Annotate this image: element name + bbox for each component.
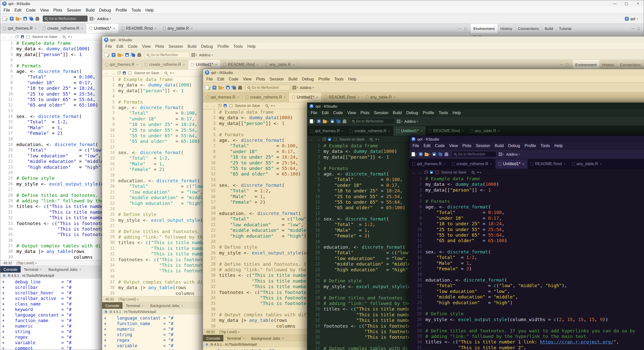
menu-help[interactable]: Help bbox=[346, 76, 359, 82]
save-button[interactable] bbox=[331, 119, 334, 123]
editor-tab[interactable]: create_rstheme.R× bbox=[449, 159, 495, 169]
save-all-button[interactable] bbox=[131, 53, 135, 57]
workspace-panes-button[interactable]: ▾ bbox=[397, 119, 402, 123]
source-on-save-checkbox[interactable] bbox=[435, 171, 439, 174]
open-new-window-icon[interactable] bbox=[117, 72, 120, 74]
new-file-button[interactable]: ▾ bbox=[205, 85, 211, 90]
addins-menu[interactable]: Addins▾ bbox=[404, 119, 418, 123]
addins-menu[interactable]: Addins▾ bbox=[506, 152, 520, 156]
menu-plots[interactable]: Plots bbox=[153, 43, 167, 50]
editor-tab[interactable]: create_rstheme.R× bbox=[142, 60, 188, 69]
menu-code[interactable]: Code bbox=[24, 7, 38, 14]
minimize-button[interactable]: — bbox=[609, 0, 621, 7]
print-button[interactable] bbox=[445, 152, 448, 156]
save-button[interactable] bbox=[226, 86, 230, 89]
source-on-save-checkbox[interactable] bbox=[229, 104, 232, 107]
forward-icon[interactable]: → bbox=[111, 71, 115, 75]
code-tools-icon[interactable]: ✶▾ bbox=[270, 104, 275, 108]
editor-tab[interactable]: any_table.R× bbox=[363, 93, 399, 102]
menu-edit[interactable]: Edit bbox=[215, 76, 227, 82]
menu-help[interactable]: Help bbox=[143, 7, 156, 14]
menu-debug[interactable]: Debug bbox=[506, 142, 522, 149]
tab-close-icon[interactable]: × bbox=[357, 95, 359, 99]
editor-tab[interactable]: qol_themes.R× bbox=[102, 60, 142, 69]
code-line[interactable]: 21 "low education" = "low", bbox=[409, 289, 644, 294]
menu-session[interactable]: Session bbox=[65, 7, 84, 14]
tab-close-icon[interactable]: × bbox=[183, 63, 185, 67]
open-file-button[interactable]: ▾ bbox=[117, 53, 123, 57]
menu-build[interactable]: Build bbox=[84, 7, 97, 14]
code-line[interactable]: 13 bbox=[409, 244, 644, 249]
goto-file-function-input[interactable]: Go to file/function bbox=[350, 118, 395, 124]
find-replace-icon[interactable] bbox=[265, 104, 268, 107]
tab-close-icon[interactable]: × bbox=[243, 336, 245, 340]
tab-close-icon[interactable]: × bbox=[79, 268, 81, 271]
code-line[interactable]: 23 "high education" = "high") bbox=[409, 300, 644, 305]
back-icon[interactable]: ← bbox=[310, 137, 314, 142]
open-file-button[interactable]: ▾ bbox=[323, 119, 329, 123]
open-file-button[interactable]: ▾ bbox=[218, 86, 224, 90]
editor-tab[interactable]: README.Rmd× bbox=[321, 93, 363, 102]
new-project-button[interactable]: R bbox=[10, 17, 14, 21]
console-tab-terminal[interactable]: Terminal× bbox=[21, 266, 45, 273]
console-tab-console[interactable]: Console bbox=[102, 302, 123, 309]
code-line[interactable]: 16 "Male" = 1, bbox=[409, 260, 644, 266]
tab-close-icon[interactable]: × bbox=[600, 162, 602, 166]
code-line[interactable]: 10 "25 to under 55" = 25:54, bbox=[409, 227, 644, 232]
project-selector[interactable]: Rqol▾ bbox=[625, 17, 638, 21]
editor-tab[interactable]: create_rstheme.R× bbox=[243, 93, 289, 102]
code-line[interactable]: 2my_data <- dummy_data(1000) bbox=[409, 182, 644, 187]
new-project-button[interactable]: R bbox=[112, 53, 115, 57]
new-file-button[interactable]: ▾ bbox=[412, 152, 417, 156]
menu-tools[interactable]: Tools bbox=[231, 43, 245, 50]
editor-tab[interactable]: qol_themes.R× bbox=[307, 126, 347, 136]
back-icon[interactable]: ← bbox=[412, 170, 416, 174]
tab-close-icon[interactable]: × bbox=[522, 162, 524, 166]
pane-maximize-icon[interactable]: ▢ bbox=[637, 27, 640, 30]
source-on-save-checkbox[interactable] bbox=[26, 35, 30, 38]
code-line[interactable]: 1# Example data frame bbox=[409, 176, 644, 182]
find-replace-icon[interactable] bbox=[165, 72, 167, 74]
tab-close-icon[interactable]: × bbox=[142, 304, 144, 308]
tab-close-icon[interactable]: × bbox=[155, 26, 157, 30]
code-line[interactable]: 5# Formats bbox=[409, 199, 644, 204]
print-button[interactable] bbox=[343, 119, 346, 123]
tab-close-icon[interactable]: × bbox=[498, 129, 500, 133]
save-icon[interactable] bbox=[328, 138, 331, 141]
code-line[interactable]: 27 bbox=[409, 322, 644, 328]
menu-profile[interactable]: Profile bbox=[215, 43, 231, 50]
editor-tab[interactable]: create_rstheme.R× bbox=[347, 126, 393, 136]
tab-close-icon[interactable]: × bbox=[564, 162, 566, 166]
new-project-button[interactable]: R bbox=[213, 86, 216, 90]
open-new-window-icon[interactable] bbox=[323, 138, 326, 141]
tab-close-icon[interactable]: × bbox=[342, 129, 344, 133]
editor-tab[interactable]: Untitled1*× bbox=[86, 24, 118, 33]
code-line[interactable]: 7 "Total" = 0:100, bbox=[409, 210, 644, 215]
menu-plots[interactable]: Plots bbox=[51, 7, 65, 14]
menu-view[interactable]: View bbox=[447, 142, 460, 149]
code-line[interactable]: 11 "55 to under 65" = 55:64, bbox=[409, 232, 644, 238]
tab-close-icon[interactable]: × bbox=[136, 63, 138, 67]
menu-tools[interactable]: Tools bbox=[436, 109, 450, 116]
tab-close-icon[interactable]: × bbox=[284, 95, 286, 99]
menu-file[interactable]: File bbox=[103, 43, 114, 50]
menu-tools[interactable]: Tools bbox=[332, 76, 346, 82]
menu-session[interactable]: Session bbox=[372, 109, 391, 116]
close-button[interactable]: × bbox=[632, 0, 644, 7]
editor-tab[interactable]: qol_themes.R× bbox=[0, 24, 40, 33]
tab-close-icon[interactable]: × bbox=[462, 129, 464, 133]
new-file-button[interactable]: ▾ bbox=[3, 17, 8, 21]
back-icon[interactable]: ← bbox=[206, 104, 209, 108]
code-line[interactable]: 30titles <- c("This is title number 1 li… bbox=[409, 339, 644, 345]
tab-close-icon[interactable]: × bbox=[393, 95, 395, 99]
menu-edit[interactable]: Edit bbox=[114, 43, 126, 50]
menu-session[interactable]: Session bbox=[167, 43, 185, 50]
menu-edit[interactable]: Edit bbox=[319, 109, 331, 116]
editor-tab[interactable]: README.Rmd× bbox=[220, 60, 262, 69]
workspace-panes-button[interactable]: ▾ bbox=[292, 86, 298, 90]
menu-debug[interactable]: Debug bbox=[404, 109, 420, 116]
save-button[interactable] bbox=[23, 17, 27, 20]
tab-close-icon[interactable]: × bbox=[293, 63, 295, 67]
console-tab-background-jobs[interactable]: Background Jobs× bbox=[45, 266, 85, 273]
console-tab-console[interactable]: Console bbox=[203, 335, 223, 341]
